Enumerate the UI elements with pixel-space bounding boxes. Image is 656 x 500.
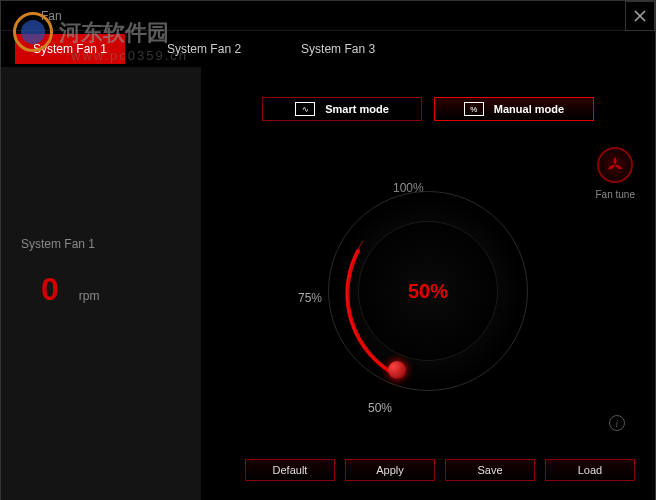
window-title: Fan: [41, 9, 62, 23]
rpm-unit: rpm: [79, 289, 100, 303]
tab-system-fan-3[interactable]: System Fan 3: [283, 34, 393, 64]
rpm-display: 0 rpm: [21, 271, 181, 308]
titlebar: Fan: [1, 1, 655, 31]
fan-tune-label: Fan tune: [596, 189, 635, 200]
save-button[interactable]: Save: [445, 459, 535, 481]
sidebar: System Fan 1 0 rpm: [1, 67, 201, 500]
smart-mode-label: Smart mode: [325, 103, 389, 115]
manual-mode-button[interactable]: % Manual mode: [434, 97, 594, 121]
dial-center: 50%: [358, 221, 498, 361]
dial-value: 50%: [408, 280, 448, 303]
tick-75: 75%: [298, 291, 322, 305]
action-buttons: Default Apply Save Load: [245, 459, 635, 481]
main-panel: ∿ Smart mode % Manual mode Fan tune 100%…: [201, 67, 655, 500]
current-fan-label: System Fan 1: [21, 237, 181, 251]
load-button[interactable]: Load: [545, 459, 635, 481]
close-icon: [634, 10, 646, 22]
percent-icon: %: [464, 102, 484, 116]
speed-dial[interactable]: 100% 75% 50% 50%: [288, 151, 568, 431]
smart-mode-button[interactable]: ∿ Smart mode: [262, 97, 422, 121]
tick-50: 50%: [368, 401, 392, 415]
tab-system-fan-2[interactable]: System Fan 2: [149, 34, 259, 64]
apply-button[interactable]: Apply: [345, 459, 435, 481]
fan-tabs: System Fan 1 System Fan 2 System Fan 3: [1, 31, 655, 67]
content-area: System Fan 1 0 rpm ∿ Smart mode % Manual…: [1, 67, 655, 500]
default-button[interactable]: Default: [245, 459, 335, 481]
tab-system-fan-1[interactable]: System Fan 1: [15, 34, 125, 64]
fan-window: 河东软件园 www.pc0359.cn Fan System Fan 1 Sys…: [0, 0, 656, 500]
manual-mode-label: Manual mode: [494, 103, 564, 115]
dial-knob[interactable]: [388, 361, 406, 379]
fan-tune-button[interactable]: Fan tune: [596, 147, 635, 200]
rpm-value: 0: [41, 271, 59, 308]
info-icon[interactable]: i: [609, 415, 625, 431]
mode-buttons: ∿ Smart mode % Manual mode: [221, 97, 635, 121]
fan-tune-icon: [597, 147, 633, 183]
close-button[interactable]: [625, 1, 655, 31]
wave-icon: ∿: [295, 102, 315, 116]
